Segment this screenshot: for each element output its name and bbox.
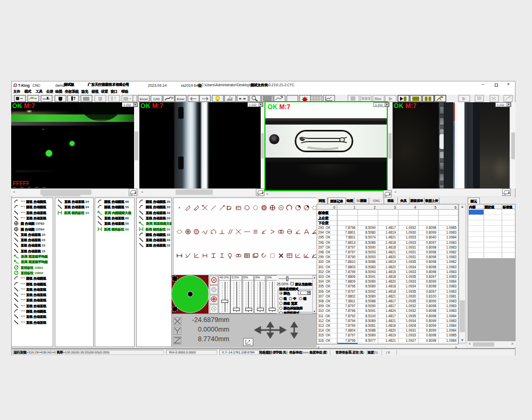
svg-text:B: B xyxy=(171,96,173,100)
svg-text:Excel: Excel xyxy=(140,97,148,101)
svg-text:CAD: CAD xyxy=(153,97,160,101)
svg-text:Enter: Enter xyxy=(177,97,185,101)
